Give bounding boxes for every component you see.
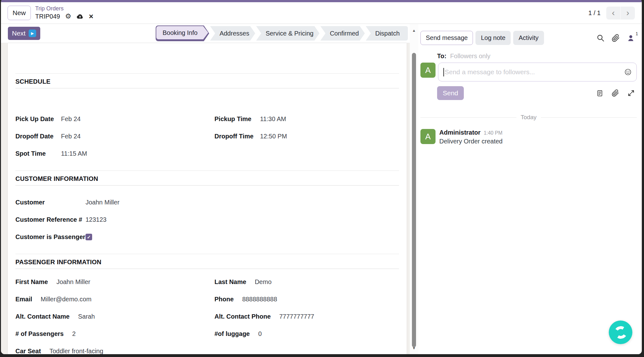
section-title-passenger: PASSENGER INFORMATION	[15, 259, 399, 269]
field-alt-contact-name: Alt. Contact Name Sarah	[15, 313, 214, 320]
search-messages-icon[interactable]	[597, 34, 605, 42]
section-title-customer: CUSTOMER INFORMATION	[15, 175, 399, 186]
car-seat-value[interactable]: Toddler front-facing	[49, 348, 103, 354]
composer-recipients: To: Followers only	[437, 53, 637, 60]
breadcrumb: Trip Orders TRIP049 ⚙ ✕	[35, 6, 94, 20]
email-value[interactable]: Miller@demo.com	[41, 296, 91, 303]
scrollbar-thumb[interactable]	[412, 53, 416, 347]
message-body: Delivery Order created	[439, 138, 502, 145]
attachments-icon[interactable]	[612, 34, 620, 42]
field-num-luggage: #of luggage 0	[214, 330, 399, 337]
customer-is-passenger-checkbox[interactable]: ✓	[86, 234, 92, 240]
save-cloud-icon[interactable]	[76, 13, 84, 20]
section-passenger-information: PASSENGER INFORMATION First Name Joahn M…	[15, 254, 399, 354]
customer-value[interactable]: Joahn Miller	[86, 199, 119, 206]
statusbar-steps: Booking Info Addresses Service & Pricing…	[156, 26, 408, 41]
message-avatar: A	[420, 129, 436, 144]
breadcrumb-parent-link[interactable]: Trip Orders	[35, 6, 94, 12]
field-first-name: First Name Joahn Miller	[15, 278, 214, 286]
dropoff-time-value[interactable]: 12:50 PM	[260, 133, 287, 140]
step-service-pricing[interactable]: Service & Pricing	[256, 26, 319, 41]
field-customer: Customer Joahn Miller	[15, 199, 399, 206]
field-alt-contact-phone: Alt. Contact Phone 7777777777	[214, 313, 399, 320]
new-button[interactable]: New	[8, 6, 31, 20]
step-addresses[interactable]: Addresses	[210, 26, 255, 41]
section-schedule: SCHEDULE Pick Up Date Feb 24 Dropoff Dat…	[15, 73, 399, 170]
scroll-down-arrow[interactable]: ▼	[410, 346, 418, 350]
chatter-panel: Send message Log note Activity	[418, 24, 642, 354]
message-author: Administrator	[439, 129, 480, 136]
pickup-date-value[interactable]: Feb 24	[61, 115, 80, 123]
pager-counter: 1 / 1	[588, 9, 601, 17]
last-name-value[interactable]: Demo	[255, 278, 271, 286]
num-luggage-value[interactable]: 0	[258, 330, 262, 337]
num-passengers-value[interactable]: 2	[72, 330, 75, 337]
form-sheet: SCHEDULE Pick Up Date Feb 24 Dropoff Dat…	[8, 43, 407, 354]
alt-contact-phone-value[interactable]: 7777777777	[279, 313, 314, 320]
message-timestamp: 1:40 PM	[484, 130, 502, 136]
top-bar: New Trip Orders TRIP049 ⚙ ✕ 1 / 1 ‹ ›	[1, 2, 642, 24]
followers-count-badge: 1	[636, 31, 638, 36]
chatter-message: A Administrator 1:40 PM Delivery Order c…	[420, 129, 637, 145]
dropoff-date-value[interactable]: Feb 24	[61, 133, 80, 140]
bot-ring-icon	[613, 325, 628, 340]
insert-template-icon[interactable]	[596, 90, 603, 97]
form-view: Next ▶ Booking Info Addresses Service & …	[1, 24, 410, 354]
text-caret	[443, 68, 444, 76]
followers-icon[interactable]: 1	[627, 34, 635, 42]
alt-contact-name-value[interactable]: Sarah	[78, 313, 95, 320]
current-user-avatar: A	[420, 63, 436, 78]
message-input[interactable]	[438, 63, 637, 81]
followers-only-text[interactable]: Followers only	[450, 53, 491, 60]
attach-file-icon[interactable]	[612, 89, 619, 97]
app-window: New Trip Orders TRIP049 ⚙ ✕ 1 / 1 ‹ ›	[1, 0, 642, 354]
field-car-seat: Car Seat Toddler front-facing	[15, 348, 214, 354]
field-spot-time: Spot Time 11:15 AM	[15, 150, 214, 157]
scroll-up-arrow[interactable]: ▲	[410, 28, 418, 33]
activity-tab[interactable]: Activity	[513, 31, 544, 45]
send-button[interactable]: Send	[437, 86, 464, 100]
date-divider: Today	[420, 114, 637, 121]
field-pickup-time: Pickup Time 11:30 AM	[214, 115, 399, 123]
send-message-tab[interactable]: Send message	[420, 31, 473, 45]
field-dropoff-date: Dropoff Date Feb 24	[15, 133, 214, 140]
phone-value[interactable]: 8888888888	[242, 296, 277, 303]
form-statusbar: Next ▶ Booking Info Addresses Service & …	[1, 24, 410, 43]
play-icon: ▶	[29, 30, 36, 37]
section-customer-information: CUSTOMER INFORMATION Customer Joahn Mill…	[15, 170, 399, 254]
customer-reference-value[interactable]: 123123	[86, 216, 107, 223]
field-email: Email Miller@demo.com	[15, 296, 214, 303]
form-scrollbar: ▲ ▼	[410, 24, 418, 354]
step-booking-info[interactable]: Booking Info	[156, 25, 209, 41]
field-customer-reference: Customer Reference # 123123	[15, 216, 399, 223]
support-bot-button[interactable]	[609, 321, 632, 344]
step-dispatch[interactable]: Dispatch	[366, 26, 408, 41]
pickup-time-value[interactable]: 11:30 AM	[260, 115, 286, 123]
first-name-value[interactable]: Joahn Miller	[56, 278, 90, 286]
pager-next-button[interactable]: ›	[621, 7, 635, 20]
top-accent-strip	[1, 0, 642, 2]
discard-close-icon[interactable]: ✕	[89, 14, 94, 20]
next-button[interactable]: Next ▶	[8, 27, 40, 40]
field-phone: Phone 8888888888	[214, 296, 399, 303]
field-customer-is-passenger: Customer is Passenger ✓	[15, 233, 399, 241]
pager-prev-button[interactable]: ‹	[606, 7, 620, 20]
field-dropoff-time: Dropoff Time 12:50 PM	[214, 133, 399, 140]
emoji-icon[interactable]	[624, 68, 632, 77]
record-pager: 1 / 1 ‹ ›	[588, 7, 635, 20]
step-confirmed[interactable]: Confirmed	[320, 26, 365, 41]
spot-time-value[interactable]: 11:15 AM	[61, 150, 87, 157]
field-last-name: Last Name Demo	[214, 278, 399, 286]
log-note-tab[interactable]: Log note	[475, 31, 511, 45]
field-pickup-date: Pick Up Date Feb 24	[15, 115, 214, 123]
record-name: TRIP049	[35, 13, 60, 20]
settings-gear-icon[interactable]: ⚙	[65, 13, 71, 20]
expand-composer-icon[interactable]	[627, 89, 635, 97]
to-label: To:	[437, 53, 447, 60]
field-num-passengers: # of Passengers 2	[15, 330, 214, 337]
section-title-schedule: SCHEDULE	[15, 78, 399, 88]
